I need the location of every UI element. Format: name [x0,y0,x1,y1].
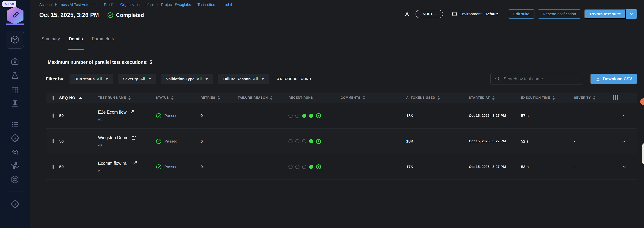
column-header-execution-time[interactable]: EXECUTION TIME [521,96,574,100]
column-header-recent-runs: RECENT RUNS [288,96,341,100]
logo-accent-underline [6,24,24,25]
retries-value: 0 [200,139,238,143]
sidebar-item-incognito[interactable] [10,148,19,156]
expand-row-chevron[interactable] [611,113,637,118]
check-circle-icon [107,12,114,18]
failure-reason-filter[interactable]: Failure Reason All [218,74,269,84]
sidebar-item-checklist[interactable] [10,120,19,129]
table-row[interactable]: 50 Wingstop Demo v0 Passed [46,129,637,154]
row-checkbox[interactable] [52,139,54,143]
filter-value: All [140,77,145,81]
recent-run-dot [309,114,313,118]
tab-parameters[interactable]: Parameters [92,28,114,50]
sort-icon[interactable] [171,96,174,100]
sort-icon[interactable] [270,96,272,100]
sidebar-divider [6,191,24,191]
breadcrumb-organization[interactable]: Organization: default [120,3,155,7]
download-csv-button[interactable]: Download CSV [590,74,637,84]
table-row[interactable]: 50 Ecomm flow m... v1 Passed [46,154,637,180]
table-row[interactable]: 50 E2e Ecom flow v1 Passed [46,103,637,129]
tab-details[interactable]: Details [69,28,83,50]
harness-ai-test-automation-logo[interactable] [7,6,24,25]
external-link-icon[interactable] [133,161,137,165]
row-checkbox[interactable] [52,165,54,169]
column-header-test-run-name[interactable]: TEST RUN NAME [98,96,156,100]
caret-down-icon [105,78,108,80]
max-parallel-label: Maximum number of parallel test executio… [48,60,148,65]
records-found-count: 3 RECORDS FOUND [277,77,311,81]
breadcrumb-project[interactable]: Project: Swaglabs [161,3,191,7]
select-all-checkbox[interactable] [52,96,54,100]
breadcrumb-separator: › [194,3,195,7]
sort-icon[interactable] [492,96,495,100]
sidebar-item-home[interactable] [10,57,19,66]
test-version: v1 [98,169,150,173]
search-input[interactable] [504,77,578,82]
sidebar-item-settings-gear[interactable] [10,134,19,142]
test-run-name-link[interactable]: Ecomm flow m... [98,161,130,166]
sort-icon[interactable] [128,96,131,100]
new-badge: NEW [2,1,16,7]
environment-selector[interactable]: Environment Default [452,11,498,17]
severity-filter[interactable]: Severity All [118,74,156,84]
details-content: Maximum number of parallel test executio… [30,60,644,180]
caret-down-icon [261,78,264,80]
expand-row-chevron[interactable] [611,164,637,169]
seq-no: 50 [56,113,98,118]
sort-icon[interactable] [437,96,440,100]
filter-name: Severity [123,77,138,81]
expand-row-chevron[interactable] [611,139,637,144]
external-link-icon[interactable] [130,110,134,114]
test-run-name-link[interactable]: Wingstop Demo [98,135,128,140]
sidebar-item-account-settings[interactable] [10,200,19,208]
sidebar-item-experiments[interactable] [10,71,19,80]
column-header-started-at[interactable]: STARTED AT [469,96,521,100]
sort-icon[interactable] [362,96,365,100]
filter-name: Validation Type [166,77,194,81]
column-settings-icon[interactable] [611,95,637,100]
filter-value: All [197,77,202,81]
recent-run-dot [288,114,292,118]
breadcrumb-suite-run[interactable]: prod 4 [222,3,232,7]
test-version: v1 [98,118,150,122]
column-header-status[interactable]: STATUS [156,96,200,100]
sidebar-item-test-tubes[interactable] [10,99,19,108]
rerun-options-dropdown[interactable] [626,9,637,19]
sidebar-item-module-active[interactable] [6,31,24,49]
sidebar-item-grid[interactable] [10,86,19,94]
gear-icon [10,134,19,142]
column-header-failure-reason[interactable]: FAILURE REASON [238,96,288,100]
user-icon[interactable] [404,11,410,17]
edit-suite-button[interactable]: Edit suite [508,9,534,19]
sort-icon[interactable] [552,96,555,100]
sort-icon[interactable] [593,96,596,100]
search-icon [495,76,500,82]
run-status-filter[interactable]: Run status All [70,74,113,84]
sidebar-item-pipelines[interactable] [10,175,20,184]
breadcrumb-test-suites[interactable]: Test suites [198,3,215,7]
column-header-seq-no[interactable]: SEQ NO. [56,96,98,100]
grid-icon [10,86,19,94]
column-header-ai-tokens-used[interactable]: AI TOKENS USED [406,96,469,100]
filter-name: Run status [74,77,95,81]
feedback-tab-widget[interactable] [642,143,644,165]
recent-runs [288,164,341,169]
test-run-name-link[interactable]: E2e Ecom flow [98,110,126,115]
validation-type-filter[interactable]: Validation Type All [161,74,213,84]
external-link-icon[interactable] [132,135,136,140]
execution-time-value: 53 s [521,165,574,169]
column-header-retries[interactable]: RETRIES [200,96,238,100]
rerun-test-suite-button[interactable]: Re-run test suite [584,9,626,19]
tab-summary[interactable]: Summary [42,28,60,50]
test-tube-icon [10,11,20,20]
column-header-severity[interactable]: SEVERITY [574,96,611,100]
sidebar-item-slack[interactable] [10,161,19,170]
recent-run-dot [302,139,306,143]
column-header-comments[interactable]: COMMENTS [341,96,406,100]
row-checkbox[interactable] [52,113,54,118]
account-badge[interactable]: SHIB... [416,10,443,18]
resend-notification-button[interactable]: Resend notification [538,9,581,19]
sort-icon[interactable] [218,96,220,100]
ai-tokens-value: 17K [406,165,469,169]
breadcrumb-account[interactable]: Account: Harness AI Test Automation - Pr… [39,3,114,7]
